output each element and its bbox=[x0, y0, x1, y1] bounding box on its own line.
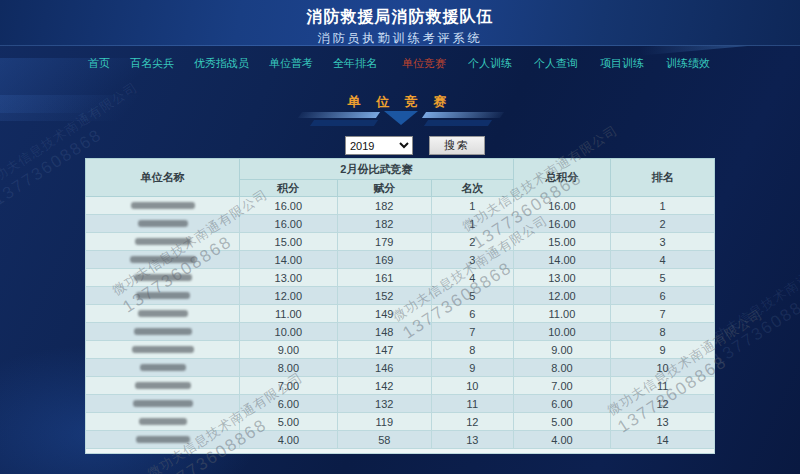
unit-name-cell bbox=[86, 431, 240, 449]
assigned-score-cell: 182 bbox=[337, 197, 431, 215]
search-controls: 2019 搜索 bbox=[345, 136, 485, 155]
table-row: 7.00142107.0011 bbox=[86, 377, 715, 395]
unit-name-cell bbox=[86, 305, 240, 323]
table-row: 10.00148710.008 bbox=[86, 323, 715, 341]
col-header-assigned-score: 赋分 bbox=[337, 180, 431, 197]
assigned-score-cell: 161 bbox=[337, 269, 431, 287]
rank-cell: 8 bbox=[611, 323, 715, 341]
year-select[interactable]: 2019 bbox=[345, 136, 413, 155]
place-cell: 13 bbox=[431, 431, 513, 449]
place-cell: 2 bbox=[431, 233, 513, 251]
nav-left-item-1[interactable]: 百名尖兵 bbox=[130, 56, 174, 71]
score-cell: 4.00 bbox=[240, 431, 337, 449]
place-cell: 1 bbox=[431, 215, 513, 233]
redacted-unit-name bbox=[134, 274, 192, 281]
app-header: 消防救援局消防救援队伍 消防员执勤训练考评系统 bbox=[0, 0, 800, 46]
table-row: 5.00119125.0013 bbox=[86, 413, 715, 431]
unit-name-cell bbox=[86, 395, 240, 413]
redacted-unit-name bbox=[135, 382, 191, 389]
total-cell: 8.00 bbox=[513, 359, 610, 377]
nav-right-item-2[interactable]: 个人查询 bbox=[534, 56, 578, 71]
assigned-score-cell: 152 bbox=[337, 287, 431, 305]
unit-name-cell bbox=[86, 323, 240, 341]
table-row: 4.0058134.0014 bbox=[86, 431, 715, 449]
assigned-score-cell: 182 bbox=[337, 215, 431, 233]
assigned-score-cell: 148 bbox=[337, 323, 431, 341]
unit-name-cell bbox=[86, 251, 240, 269]
place-cell: 6 bbox=[431, 305, 513, 323]
score-cell: 15.00 bbox=[240, 233, 337, 251]
chevron-bar-decor bbox=[298, 112, 380, 118]
rank-cell: 5 bbox=[611, 269, 715, 287]
redacted-unit-name bbox=[138, 310, 188, 317]
nav-right-item-0[interactable]: 单位竞赛 bbox=[402, 56, 446, 71]
rank-cell: 6 bbox=[611, 287, 715, 305]
redacted-unit-name bbox=[132, 346, 194, 353]
assigned-score-cell: 119 bbox=[337, 413, 431, 431]
nav-right-item-3[interactable]: 项目训练 bbox=[600, 56, 644, 71]
nav-left-item-4[interactable]: 全年排名 bbox=[333, 56, 377, 71]
rank-cell: 3 bbox=[611, 233, 715, 251]
total-cell: 11.00 bbox=[513, 305, 610, 323]
table-row: 14.00169314.004 bbox=[86, 251, 715, 269]
score-cell: 7.00 bbox=[240, 377, 337, 395]
place-cell: 11 bbox=[431, 395, 513, 413]
table-row: 6.00132116.0012 bbox=[86, 395, 715, 413]
place-cell: 8 bbox=[431, 341, 513, 359]
rank-cell: 13 bbox=[611, 413, 715, 431]
app-title: 消防救援局消防救援队伍 bbox=[0, 0, 800, 28]
rank-cell: 1 bbox=[611, 197, 715, 215]
rank-cell: 14 bbox=[611, 431, 715, 449]
unit-name-cell bbox=[86, 413, 240, 431]
score-cell: 12.00 bbox=[240, 287, 337, 305]
table-row: 9.0014789.009 bbox=[86, 341, 715, 359]
rank-cell: 4 bbox=[611, 251, 715, 269]
chevron-bar-decor bbox=[310, 120, 378, 126]
place-cell: 5 bbox=[431, 287, 513, 305]
unit-name-cell bbox=[86, 287, 240, 305]
assigned-score-cell: 142 bbox=[337, 377, 431, 395]
nav-right-item-1[interactable]: 个人训练 bbox=[468, 56, 512, 71]
total-cell: 7.00 bbox=[513, 377, 610, 395]
col-header-month-group: 2月份比武竞赛 bbox=[240, 159, 514, 180]
nav-left: 首页百名尖兵优秀指战员单位普考全年排名 bbox=[88, 56, 377, 71]
redacted-unit-name bbox=[135, 238, 191, 245]
col-header-place: 名次 bbox=[431, 180, 513, 197]
score-cell: 5.00 bbox=[240, 413, 337, 431]
total-cell: 16.00 bbox=[513, 215, 610, 233]
nav-left-item-3[interactable]: 单位普考 bbox=[269, 56, 313, 71]
score-cell: 8.00 bbox=[240, 359, 337, 377]
score-cell: 13.00 bbox=[240, 269, 337, 287]
nav-left-item-0[interactable]: 首页 bbox=[88, 56, 110, 71]
nav-left-item-2[interactable]: 优秀指战员 bbox=[194, 56, 249, 71]
unit-name-cell bbox=[86, 233, 240, 251]
unit-name-cell bbox=[86, 359, 240, 377]
col-header-unit-name: 单位名称 bbox=[86, 159, 240, 197]
col-header-rank: 排名 bbox=[611, 159, 715, 197]
table-footer-cell bbox=[86, 449, 715, 454]
competition-table-body: 16.00182116.00116.00182116.00215.0017921… bbox=[86, 197, 715, 449]
redacted-unit-name bbox=[131, 202, 195, 209]
nav-right: 单位竞赛个人训练个人查询项目训练训练绩效 bbox=[402, 56, 710, 71]
app-subtitle: 消防员执勤训练考评系统 bbox=[0, 30, 800, 47]
total-cell: 6.00 bbox=[513, 395, 610, 413]
assigned-score-cell: 58 bbox=[337, 431, 431, 449]
search-button[interactable]: 搜索 bbox=[429, 136, 485, 155]
assigned-score-cell: 179 bbox=[337, 233, 431, 251]
table-row: 11.00149611.007 bbox=[86, 305, 715, 323]
place-cell: 12 bbox=[431, 413, 513, 431]
score-cell: 16.00 bbox=[240, 215, 337, 233]
place-cell: 4 bbox=[431, 269, 513, 287]
score-cell: 16.00 bbox=[240, 197, 337, 215]
redacted-unit-name bbox=[136, 436, 190, 443]
redacted-unit-name bbox=[140, 364, 186, 371]
unit-name-cell bbox=[86, 377, 240, 395]
nav-right-item-4[interactable]: 训练绩效 bbox=[666, 56, 710, 71]
page-title: 单 位 竞 赛 bbox=[0, 93, 800, 111]
place-cell: 3 bbox=[431, 251, 513, 269]
rank-cell: 12 bbox=[611, 395, 715, 413]
table-row: 15.00179215.003 bbox=[86, 233, 715, 251]
score-cell: 11.00 bbox=[240, 305, 337, 323]
chevron-bar-decor bbox=[424, 120, 492, 126]
score-cell: 14.00 bbox=[240, 251, 337, 269]
